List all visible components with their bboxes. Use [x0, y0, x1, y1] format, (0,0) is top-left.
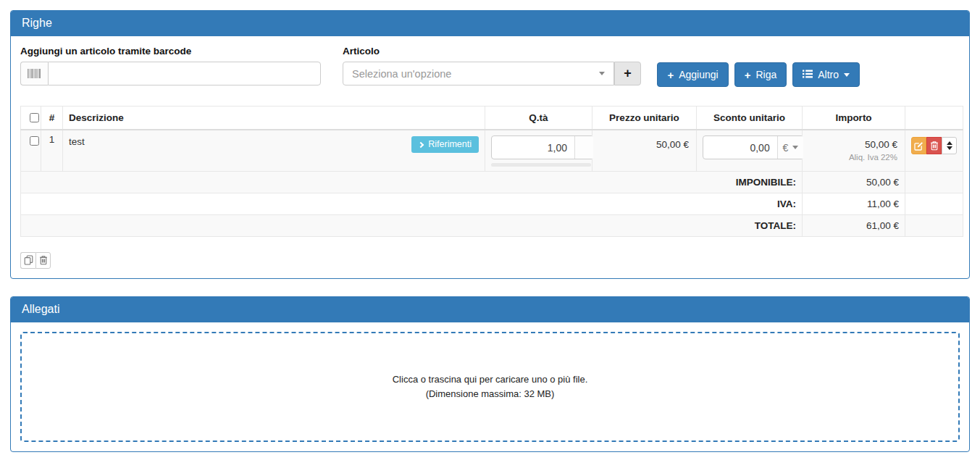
- delete-row-button[interactable]: [926, 137, 942, 154]
- sconto-unit-label: €: [782, 142, 788, 154]
- col-actions: [905, 107, 963, 130]
- list-icon: [803, 69, 813, 80]
- iva-row: IVA: 11,00 €: [21, 193, 963, 214]
- sconto-cell: €: [697, 130, 803, 171]
- articolo-select[interactable]: Seleziona un'opzione: [343, 62, 614, 85]
- page: Righe Aggiungi un articolo tramite barco…: [0, 0, 980, 462]
- riga-button[interactable]: + Riga: [734, 62, 787, 87]
- add-article-form: Aggiungi un articolo tramite barcode: [20, 46, 960, 87]
- imponibile-row: IMPONIBILE: 50,00 €: [21, 171, 963, 193]
- row-number: 1: [41, 130, 63, 171]
- righe-panel-body: Aggiungi un articolo tramite barcode: [11, 36, 969, 278]
- select-all-checkbox[interactable]: [30, 113, 39, 122]
- unit-price: 50,00 €: [592, 130, 697, 171]
- righe-panel-header: Righe: [11, 11, 969, 36]
- total-value: 50,00 €: [803, 171, 905, 193]
- plus-icon: +: [624, 66, 632, 81]
- aggiungi-button-label: Aggiungi: [679, 69, 719, 80]
- qty-stock-bar: [491, 163, 591, 167]
- select-all-cell: [21, 107, 41, 130]
- articolo-label: Articolo: [343, 46, 641, 57]
- col-descrizione: Descrizione: [63, 107, 485, 130]
- total-value: 11,00 €: [803, 193, 905, 214]
- dropzone-line1: Clicca o trascina qui per caricare uno o…: [393, 374, 588, 385]
- col-num: #: [41, 107, 63, 130]
- riga-button-label: Riga: [755, 69, 776, 80]
- caret-down-icon: [792, 146, 798, 149]
- empty-cell: [905, 171, 963, 193]
- allegati-panel-body: Clicca o trascina qui per caricare uno o…: [11, 322, 969, 451]
- riferimenti-badge[interactable]: Riferimenti: [411, 136, 479, 153]
- edit-row-button[interactable]: [911, 137, 926, 154]
- table-row: 1 test Riferimenti: [21, 130, 963, 171]
- edit-icon: [914, 141, 924, 151]
- duplicate-rows-button[interactable]: [20, 252, 35, 269]
- barcode-input[interactable]: [48, 62, 321, 85]
- dropzone-line2: (Dimensione massima: 32 MB): [426, 388, 555, 399]
- altro-button-label: Altro: [818, 69, 839, 80]
- barcode-field: Aggiungi un articolo tramite barcode: [20, 46, 321, 85]
- barcode-label: Aggiungi un articolo tramite barcode: [20, 46, 321, 57]
- total-value: 61,00 €: [803, 214, 905, 236]
- delete-rows-button[interactable]: [35, 252, 51, 269]
- barcode-input-group: [20, 62, 321, 85]
- plus-icon: +: [745, 70, 751, 80]
- righe-panel-title: Righe: [22, 17, 52, 29]
- sort-row-handle[interactable]: [942, 137, 957, 154]
- col-prezzo: Prezzo unitario: [592, 107, 697, 130]
- col-sconto: Sconto unitario: [697, 107, 803, 130]
- total-label: TOTALE:: [21, 214, 803, 236]
- rows-table-wrap: # Descrizione Q.tà Prezzo unitario Scont…: [20, 106, 960, 237]
- col-importo: Importo: [803, 107, 905, 130]
- sort-icon: [947, 146, 952, 150]
- allegati-panel: Allegati Clicca o trascina qui per caric…: [10, 296, 970, 452]
- row-checkbox[interactable]: [30, 136, 39, 146]
- articolo-input-group: Seleziona un'opzione +: [343, 62, 641, 85]
- barcode-icon: [20, 62, 48, 85]
- row-checkbox-cell: [21, 130, 41, 171]
- add-article-button[interactable]: +: [614, 62, 641, 85]
- empty-cell: [905, 193, 963, 214]
- riferimenti-badge-label: Riferimenti: [428, 139, 472, 149]
- qty-cell: [485, 130, 592, 171]
- qty-addon: [574, 136, 593, 159]
- articolo-select-placeholder: Seleziona un'opzione: [352, 68, 451, 80]
- copy-icon: [24, 255, 33, 265]
- caret-down-icon: [844, 73, 850, 77]
- trash-icon: [39, 255, 48, 265]
- bulk-actions: [20, 252, 960, 269]
- aggiungi-button[interactable]: + Aggiungi: [657, 62, 728, 87]
- row-actions-cell: [905, 130, 963, 171]
- altro-button[interactable]: Altro: [792, 62, 860, 87]
- col-qta: Q.tà: [485, 107, 592, 130]
- righe-panel: Righe Aggiungi un articolo tramite barco…: [10, 10, 970, 279]
- rows-toolbar: + Aggiungi + Riga: [657, 46, 960, 87]
- allegati-panel-header: Allegati: [11, 297, 969, 322]
- rows-table: # Descrizione Q.tà Prezzo unitario Scont…: [20, 106, 963, 237]
- trash-icon: [930, 141, 939, 151]
- articolo-field: Articolo Seleziona un'opzione +: [343, 46, 641, 85]
- plus-icon: +: [667, 70, 674, 80]
- totale-row: TOTALE: 61,00 €: [21, 214, 963, 236]
- sconto-unit-dropdown[interactable]: €: [777, 136, 803, 159]
- allegati-panel-title: Allegati: [22, 303, 59, 315]
- table-header-row: # Descrizione Q.tà Prezzo unitario Scont…: [21, 107, 963, 130]
- sort-icon: [947, 141, 952, 145]
- importo-value: 50,00 €: [808, 139, 897, 150]
- total-label: IMPONIBILE:: [21, 171, 803, 193]
- iva-note: Aliq. Iva 22%: [808, 153, 897, 162]
- total-label: IVA:: [21, 193, 803, 214]
- qty-input[interactable]: [492, 136, 574, 159]
- chevron-right-icon: [418, 141, 424, 147]
- row-description: test: [69, 136, 85, 147]
- importo-cell: 50,00 € Aliq. Iva 22%: [803, 130, 905, 171]
- sconto-input[interactable]: [703, 136, 777, 159]
- empty-cell: [905, 214, 963, 236]
- row-description-cell: test Riferimenti: [63, 130, 485, 171]
- chevron-down-icon: [599, 72, 605, 75]
- file-dropzone[interactable]: Clicca o trascina qui per caricare uno o…: [20, 332, 960, 442]
